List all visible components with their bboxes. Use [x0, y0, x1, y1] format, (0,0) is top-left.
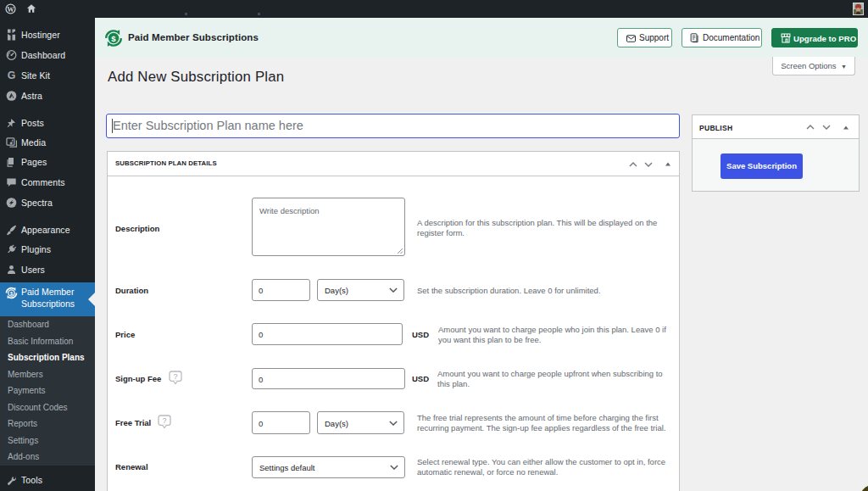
svg-text:$: $ [111, 34, 116, 43]
svg-text:?: ? [173, 372, 177, 381]
svg-text:?: ? [162, 416, 166, 425]
svg-text:$: $ [10, 291, 14, 296]
svg-text:W: W [7, 5, 14, 14]
svg-text:G: G [8, 70, 16, 81]
